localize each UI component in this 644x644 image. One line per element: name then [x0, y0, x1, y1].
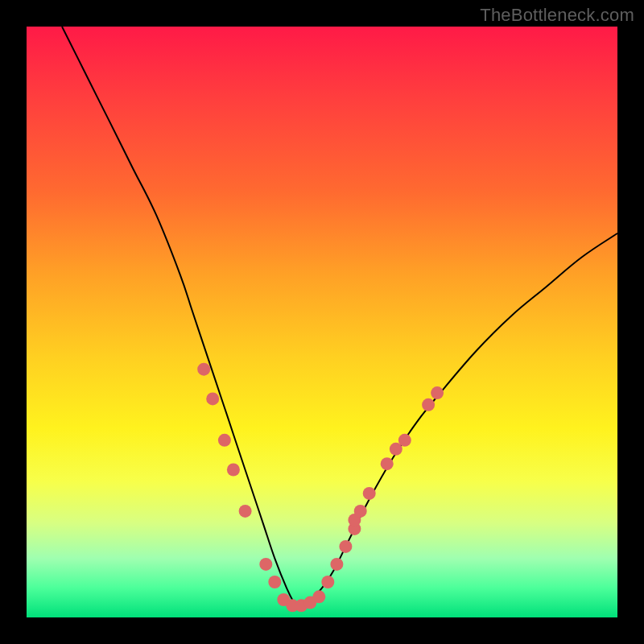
data-dot: [363, 487, 376, 500]
data-dot: [197, 363, 210, 376]
watermark-text: TheBottleneck.com: [480, 5, 634, 26]
chart-frame: TheBottleneck.com: [0, 0, 644, 644]
data-dot: [339, 540, 352, 553]
data-dot: [312, 590, 325, 603]
plot-area: [27, 27, 617, 617]
dot-group: [197, 363, 444, 613]
data-dot: [422, 398, 435, 411]
data-dot: [268, 576, 281, 588]
left-curve: [62, 27, 295, 605]
curve-svg: [27, 27, 617, 617]
data-dot: [227, 464, 240, 477]
data-dot: [431, 386, 444, 399]
data-dot: [381, 457, 394, 470]
data-dot: [218, 434, 231, 447]
data-dot: [206, 392, 219, 405]
data-dot: [330, 558, 343, 571]
data-dot: [321, 576, 334, 588]
data-dot: [354, 505, 367, 518]
data-dot: [239, 505, 252, 518]
data-dot: [398, 434, 411, 447]
data-dot: [259, 558, 272, 571]
